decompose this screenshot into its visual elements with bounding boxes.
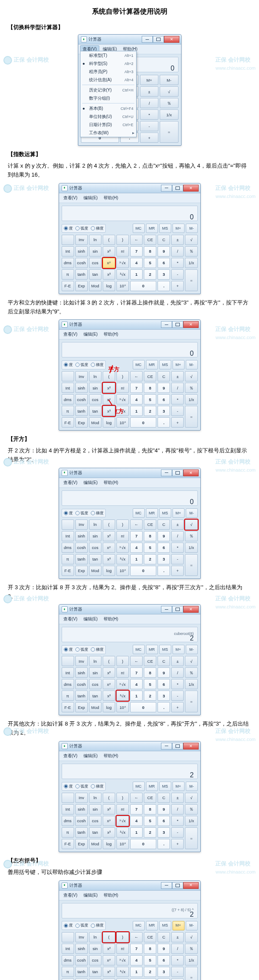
menu-item-standard[interactable]: 标准型(T)Alt+1 bbox=[80, 51, 136, 59]
mem-mr[interactable]: MR bbox=[146, 645, 158, 654]
key-sin[interactable]: sin bbox=[89, 667, 101, 678]
mem-ms[interactable]: MS bbox=[159, 224, 171, 233]
key-[interactable]: * bbox=[171, 955, 184, 965]
menu-item-statistics[interactable]: 统计信息(A)Alt+4 bbox=[80, 76, 136, 84]
key-[interactable]: ← bbox=[130, 235, 143, 245]
key-blank[interactable] bbox=[62, 371, 74, 381]
menu-item-history[interactable]: 历史记录(Y)Ctrl+H bbox=[80, 86, 136, 94]
key-[interactable]: * bbox=[171, 543, 184, 553]
mem-mr[interactable]: MR bbox=[146, 224, 158, 233]
radio-grad[interactable]: 梯度 bbox=[91, 922, 104, 928]
key-[interactable]: ± bbox=[171, 520, 184, 530]
radio-grad[interactable]: 梯度 bbox=[91, 225, 104, 231]
key-3[interactable]: 3 bbox=[158, 827, 170, 838]
key-cosh[interactable]: cosh bbox=[75, 816, 88, 826]
key-x[interactable]: ʸ√x bbox=[116, 543, 129, 553]
key-[interactable]: ( bbox=[103, 932, 115, 942]
key-1[interactable]: 1 bbox=[130, 554, 143, 564]
key-[interactable]: ( bbox=[103, 656, 115, 666]
key-[interactable]: = bbox=[185, 691, 197, 712]
key-10[interactable]: 10ˣ bbox=[116, 281, 129, 291]
key-exp[interactable]: Exp bbox=[75, 839, 88, 849]
key-ce[interactable]: CE bbox=[144, 932, 156, 942]
key-[interactable]: √ bbox=[185, 793, 197, 803]
mem-mr[interactable]: MR bbox=[146, 782, 158, 791]
key-x[interactable]: ʸ√x bbox=[116, 955, 129, 965]
radio-grad[interactable]: 梯度 bbox=[91, 362, 104, 368]
menu-edit[interactable]: 编辑(E) bbox=[81, 331, 100, 338]
key-cosh[interactable]: cosh bbox=[75, 955, 88, 965]
key-[interactable]: - bbox=[171, 406, 184, 416]
key-1[interactable]: 1 bbox=[130, 269, 143, 280]
minimize-button[interactable] bbox=[161, 469, 172, 476]
key-[interactable]: ％ bbox=[185, 944, 197, 954]
key-x[interactable]: xʸ bbox=[103, 394, 115, 404]
key-4[interactable]: 4 bbox=[130, 394, 143, 404]
key-exp[interactable]: Exp bbox=[75, 702, 88, 712]
key-x[interactable]: x³ bbox=[103, 827, 115, 838]
key-n[interactable]: n! bbox=[116, 804, 129, 815]
maximize-button[interactable] bbox=[172, 606, 183, 613]
key-tan[interactable]: tan bbox=[89, 406, 101, 416]
key-tanh[interactable]: tanh bbox=[75, 554, 88, 564]
key-[interactable]: = bbox=[185, 827, 197, 849]
key-3[interactable]: 3 bbox=[158, 967, 170, 977]
key-0[interactable]: 0 bbox=[130, 839, 156, 849]
key-[interactable]: ) bbox=[116, 235, 129, 245]
mem-m-[interactable]: M- bbox=[186, 921, 198, 930]
key-tanh[interactable]: tanh bbox=[75, 967, 88, 977]
mem-m+[interactable]: M+ bbox=[173, 782, 185, 791]
menu-edit[interactable]: 编辑(E) bbox=[81, 194, 100, 202]
key-inv[interactable]: Inv bbox=[75, 371, 88, 381]
key-blank[interactable] bbox=[62, 932, 74, 942]
key-[interactable]: ← bbox=[130, 793, 143, 803]
key-int[interactable]: Int bbox=[62, 383, 74, 393]
radio-rad[interactable]: 弧度 bbox=[75, 922, 88, 928]
mem-m+[interactable]: M+ bbox=[173, 921, 185, 930]
key-tan[interactable]: tan bbox=[89, 554, 101, 564]
key-blank[interactable] bbox=[62, 235, 74, 245]
close-button[interactable] bbox=[183, 185, 199, 192]
radio-deg[interactable]: 度 bbox=[64, 783, 73, 789]
mem-mc[interactable]: MC bbox=[133, 508, 145, 518]
key-x[interactable]: xʸ bbox=[103, 679, 115, 689]
key-4[interactable]: 4 bbox=[130, 955, 143, 965]
key-ce[interactable]: CE bbox=[144, 520, 156, 530]
key-recip[interactable]: 1/x bbox=[160, 109, 178, 120]
menu-help[interactable]: 帮助(H) bbox=[101, 331, 121, 338]
key-1x[interactable]: 1/x bbox=[185, 955, 197, 965]
mem-m+[interactable]: M+ bbox=[173, 508, 185, 518]
menu-help[interactable]: 帮助(H) bbox=[101, 479, 121, 487]
key-inv[interactable]: Inv bbox=[75, 235, 88, 245]
key-sin[interactable]: sin bbox=[89, 531, 101, 541]
key-4[interactable]: 4 bbox=[130, 258, 143, 268]
key-[interactable]: . bbox=[158, 417, 170, 428]
key-blank[interactable] bbox=[62, 520, 74, 530]
key-mod[interactable]: Mod bbox=[89, 566, 101, 576]
key-[interactable]: ) bbox=[116, 371, 129, 381]
key-[interactable]: . bbox=[158, 566, 170, 576]
key-mminus[interactable]: M- bbox=[160, 75, 178, 85]
key-0[interactable]: 0 bbox=[130, 702, 156, 712]
key-0[interactable]: 0 bbox=[130, 281, 156, 291]
key-5[interactable]: 5 bbox=[144, 543, 156, 553]
menu-view[interactable]: 查看(V) bbox=[61, 331, 80, 338]
key-cosh[interactable]: cosh bbox=[75, 394, 88, 404]
key-tan[interactable]: tan bbox=[89, 691, 101, 701]
key-3[interactable]: 3 bbox=[158, 406, 170, 416]
key-n[interactable]: n! bbox=[116, 383, 129, 393]
key-x[interactable]: ʸ√x bbox=[116, 258, 129, 268]
key-7[interactable]: 7 bbox=[130, 246, 143, 257]
key-7[interactable]: 7 bbox=[130, 531, 143, 541]
key-6[interactable]: 6 bbox=[158, 679, 170, 689]
key-2[interactable]: 2 bbox=[144, 269, 156, 280]
key-dms[interactable]: dms bbox=[62, 955, 74, 965]
key-[interactable]: = bbox=[185, 967, 197, 980]
key-fe[interactable]: F-E bbox=[62, 702, 74, 712]
key-[interactable]: ± bbox=[171, 656, 184, 666]
key-sinh[interactable]: sinh bbox=[75, 246, 88, 257]
key-cos[interactable]: cos bbox=[89, 543, 101, 553]
radio-grad[interactable]: 梯度 bbox=[91, 510, 104, 516]
key-c[interactable]: C bbox=[158, 932, 170, 942]
key-tan[interactable]: tan bbox=[89, 269, 101, 280]
